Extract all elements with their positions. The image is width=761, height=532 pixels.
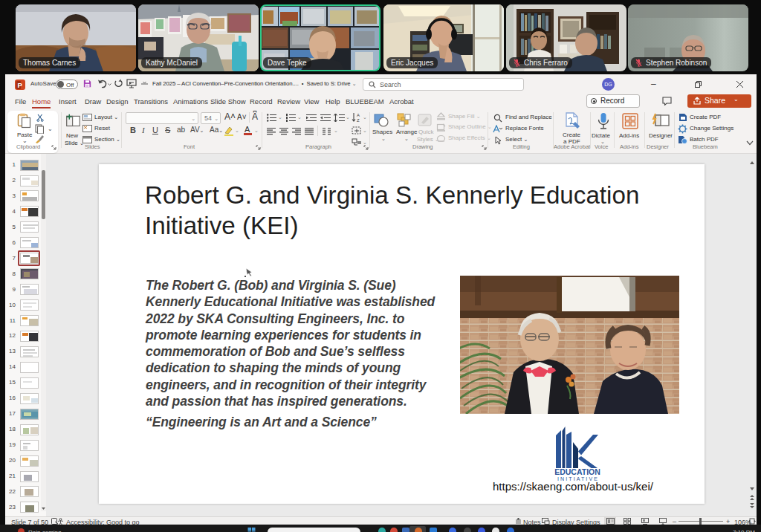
svg-text:EDUCATION: EDUCATION	[554, 467, 600, 476]
svg-text:A: A	[357, 113, 360, 117]
svg-text:Z: Z	[357, 118, 360, 123]
